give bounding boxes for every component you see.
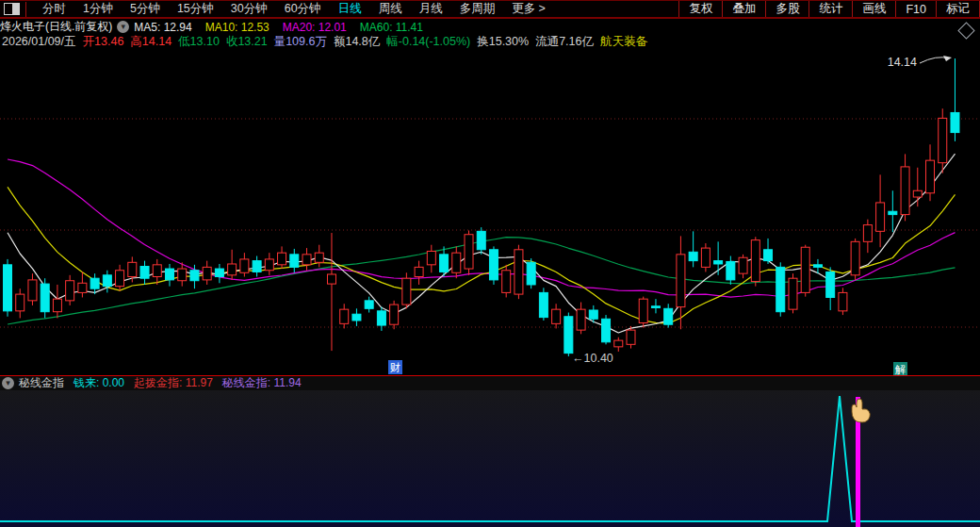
info-field-10: 航天装备 <box>600 34 647 50</box>
tab-日线[interactable]: 日线 <box>338 1 362 17</box>
candle <box>602 315 611 344</box>
candle <box>689 231 697 267</box>
low-price-label: ←10.40 <box>572 352 613 365</box>
candle <box>440 246 449 276</box>
candle <box>390 301 399 329</box>
candle <box>901 154 909 221</box>
candle <box>489 246 498 285</box>
candle <box>327 233 335 351</box>
candle <box>215 264 223 283</box>
ohlc-info-row: 2026/01/09/五开13.46高14.14低13.10收13.21量109… <box>2 34 980 50</box>
candle <box>739 255 747 278</box>
high-price-label: 14.14 <box>888 56 917 69</box>
hand-cursor-icon <box>852 399 870 422</box>
toolbar-button-多股[interactable]: 多股 <box>765 1 808 17</box>
ma-line <box>8 187 956 323</box>
candle <box>16 288 24 318</box>
candle <box>664 304 673 327</box>
candle <box>577 303 585 335</box>
info-field-8: 换15.30% <box>477 34 529 50</box>
trading-app-window: 分时1分钟5分钟15分钟30分钟60分钟日线周线月线多周期更多 > 复权叠加多股… <box>0 0 980 527</box>
panel-toggle-icon[interactable] <box>4 3 20 15</box>
high-arrow-head <box>943 56 952 61</box>
tabbar-divider <box>25 2 26 17</box>
toolbar-button-叠加[interactable]: 叠加 <box>722 1 765 17</box>
candle <box>4 259 12 317</box>
info-field-9: 流通7.16亿 <box>535 34 594 50</box>
candle <box>41 278 49 318</box>
svg-text:解: 解 <box>895 364 906 375</box>
chart-marker-财[interactable]: 财 <box>388 360 402 374</box>
ma-label-MA20: MA20: 12.01 <box>283 21 347 34</box>
candle <box>402 272 411 308</box>
candle <box>552 304 561 328</box>
indicator-chart <box>0 390 980 527</box>
svg-text:财: 财 <box>390 362 401 373</box>
toolbar-button-画线[interactable]: 画线 <box>852 1 895 17</box>
tab-list: 分时1分钟5分钟15分钟30分钟60分钟日线周线月线多周期更多 > <box>34 1 554 17</box>
candle <box>776 262 785 316</box>
toolbar-right-buttons: 复权叠加多股统计画线F10标记 <box>678 1 980 17</box>
candle <box>913 168 922 206</box>
candle <box>839 288 847 315</box>
candlestick-chart: 14.14←10.40财解 <box>0 51 980 375</box>
tab-5分钟[interactable]: 5分钟 <box>130 1 160 17</box>
candle <box>651 299 660 313</box>
info-field-0: 2026/01/09/五 <box>2 34 76 50</box>
tab-多周期[interactable]: 多周期 <box>460 1 496 17</box>
candle <box>789 273 797 313</box>
candle <box>352 308 361 326</box>
candle <box>140 261 149 285</box>
candle <box>639 297 647 328</box>
indicator-line <box>0 396 980 521</box>
chart-marker-解[interactable]: 解 <box>893 362 907 375</box>
toolbar-button-F10[interactable]: F10 <box>895 1 936 17</box>
tab-周线[interactable]: 周线 <box>379 1 402 17</box>
candle <box>78 272 87 297</box>
stock-title: 烽火电子(日线.前复权) <box>0 19 112 35</box>
candle <box>228 250 237 280</box>
candle <box>514 245 523 299</box>
indicator-header: ▾ 秘线金指 钱来: 0.00起拨金指: 11.97秘线金指: 11.94 <box>0 375 980 390</box>
indicator-chevron-icon[interactable]: ▾ <box>2 377 14 389</box>
tab-月线[interactable]: 月线 <box>419 1 443 17</box>
ma-label-MA5: MA5: 12.94 <box>134 21 191 34</box>
info-field-5: 量109.6万 <box>274 34 327 50</box>
candle <box>253 256 261 277</box>
candle <box>53 285 61 318</box>
candle <box>302 248 311 271</box>
tab-分时[interactable]: 分时 <box>42 1 66 17</box>
toolbar-button-复权[interactable]: 复权 <box>678 1 722 17</box>
indicator-value-起拨金指: 起拨金指: 11.97 <box>134 375 213 391</box>
tab-30分钟[interactable]: 30分钟 <box>231 1 268 17</box>
candle <box>415 261 423 285</box>
candle <box>851 239 859 280</box>
indicator-value-钱来: 钱来: 0.00 <box>74 375 124 391</box>
toolbar-button-标记[interactable]: 标记 <box>936 1 980 17</box>
candle <box>290 249 299 272</box>
ma-label-MA60: MA60: 11.41 <box>360 21 423 34</box>
candle <box>539 288 547 321</box>
info-field-6: 额14.8亿 <box>334 34 380 50</box>
ma-value-list: MA5: 12.94MA10: 12.53MA20: 12.01MA60: 11… <box>134 21 436 34</box>
info-field-7: 幅-0.14(-1.05%) <box>386 34 470 50</box>
candle <box>265 253 273 275</box>
chevron-down-icon[interactable]: ▾ <box>117 21 129 33</box>
candle <box>340 304 349 328</box>
tab-1分钟[interactable]: 1分钟 <box>83 1 113 17</box>
candle <box>315 245 323 268</box>
tab-更多 >[interactable]: 更多 > <box>512 1 546 17</box>
candle <box>939 108 947 173</box>
tab-15分钟[interactable]: 15分钟 <box>177 1 214 17</box>
candle <box>116 265 124 291</box>
ma-label-MA10: MA10: 12.53 <box>205 21 270 34</box>
candle <box>564 313 573 356</box>
toolbar-button-统计[interactable]: 统计 <box>808 1 852 17</box>
candle <box>951 58 959 141</box>
candle <box>801 245 809 297</box>
tab-60分钟[interactable]: 60分钟 <box>285 1 321 17</box>
candle <box>452 246 461 278</box>
candle <box>826 267 835 310</box>
candle <box>477 227 485 255</box>
candle <box>427 245 435 273</box>
